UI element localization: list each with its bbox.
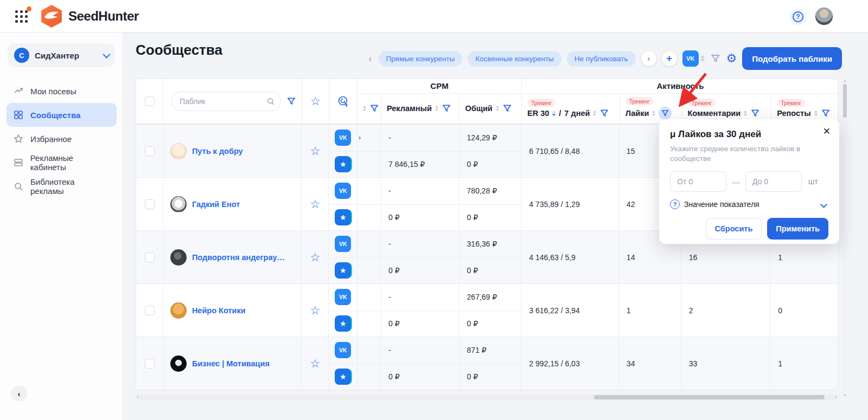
scroll-left-icon[interactable]: ‹ <box>137 393 138 399</box>
row-checkbox[interactable] <box>145 146 155 156</box>
sort-icon[interactable] <box>593 111 596 116</box>
question-icon[interactable]: ? <box>670 199 680 209</box>
row-checkbox[interactable] <box>145 253 155 262</box>
tracking-badge: Трекинг <box>688 99 716 107</box>
clipped-cell <box>357 152 380 178</box>
sidebar-item-label: Избранное <box>30 134 72 144</box>
seedhunter-logo-icon[interactable] <box>40 5 63 28</box>
tracking-badge: Трекинг <box>777 99 805 107</box>
row-checkbox[interactable] <box>145 306 155 315</box>
collapse-sidebar-button[interactable]: ‹ <box>11 385 27 402</box>
close-icon[interactable]: ✕ <box>823 127 831 136</box>
public-search-input[interactable] <box>171 92 281 111</box>
sidebar-item-communities[interactable]: Сообщества <box>7 103 117 127</box>
filter-icon[interactable] <box>442 104 451 113</box>
vk-platform-icon: VK <box>335 183 351 199</box>
tag-chip[interactable]: Косвенные конкуренты <box>468 51 561 67</box>
search-icon <box>13 182 24 191</box>
sort-icon[interactable] <box>814 111 818 116</box>
scroll-up-icon[interactable]: ▲ <box>843 79 847 82</box>
tag-chip[interactable]: Прямые конкуренты <box>379 51 463 67</box>
target-click-icon[interactable] <box>337 95 350 108</box>
hint-label: Значение показателя <box>684 200 817 209</box>
favorite-star-icon[interactable]: ☆ <box>310 145 320 158</box>
sort-icon[interactable] <box>552 111 556 116</box>
favorite-star-icon[interactable]: ☆ <box>310 304 320 317</box>
filter-icon[interactable] <box>821 108 831 118</box>
settings-gear-icon[interactable]: ⚙ <box>726 53 737 64</box>
cpm-ad-cell: 0 ₽ <box>380 258 459 284</box>
scroll-right-icon[interactable]: › <box>835 393 837 399</box>
row-checkbox[interactable] <box>145 359 155 369</box>
to-input[interactable] <box>745 171 802 192</box>
filter-icon[interactable] <box>710 53 721 64</box>
sort-icon[interactable] <box>652 111 655 116</box>
sidebar-item-label: Мои посевы <box>30 87 76 96</box>
community-link[interactable]: Путь к добру <box>192 147 243 156</box>
from-input[interactable] <box>670 171 726 192</box>
favorite-star-icon[interactable]: ☆ <box>310 251 320 264</box>
select-publics-button[interactable]: Подобрать паблики <box>742 47 842 70</box>
table-row: Нейро Котики ☆ VK - 267,69 ₽ ★ 0 ₽ 0 ₽ <box>136 283 838 337</box>
row-checkbox[interactable] <box>145 199 155 209</box>
chevron-down-icon[interactable] <box>820 201 827 208</box>
column-label-total: Общий <box>465 104 492 113</box>
account-selector[interactable]: С СидХантер <box>8 43 115 67</box>
community-link[interactable]: Нейро Котики <box>192 306 246 315</box>
sort-icon[interactable] <box>496 106 499 111</box>
community-link[interactable]: Гадкий Енот <box>192 200 240 209</box>
notification-dot <box>27 7 31 11</box>
help-button[interactable]: ? <box>790 9 806 25</box>
filter-icon[interactable] <box>369 104 379 113</box>
horizontal-scrollbar[interactable]: ‹ › <box>136 395 838 400</box>
sidebar-item-my-seedings[interactable]: Мои посевы <box>7 79 117 103</box>
clipped-cell <box>357 284 380 311</box>
filter-icon[interactable] <box>599 108 609 118</box>
user-avatar[interactable] <box>815 7 833 25</box>
cpm-ad-cell: - <box>380 178 459 204</box>
account-name: СидХантер <box>35 51 98 60</box>
community-link[interactable]: Подворотня андеграу… <box>192 253 285 262</box>
chips-scroll-left-icon[interactable]: ‹ <box>368 53 373 64</box>
tag-chip[interactable]: Не публиковать <box>567 51 636 67</box>
chips-scroll-right-button[interactable]: › <box>641 51 656 66</box>
cpm-ad-cell: - <box>380 231 459 257</box>
scroll-down-icon[interactable]: ▼ <box>843 393 847 397</box>
select-all-checkbox[interactable] <box>145 96 155 106</box>
sidebar-item-favorites[interactable]: Избранное <box>7 127 117 151</box>
sidebar-item-ad-cabinets[interactable]: Рекламные кабинеты <box>7 151 117 175</box>
popup-description: Укажите среднее количество лайков в сооб… <box>670 144 816 164</box>
vertical-scrollbar-thumb[interactable] <box>843 84 847 118</box>
sort-icon[interactable] <box>744 111 747 116</box>
favorite-star-icon[interactable]: ☆ <box>310 198 320 211</box>
cpm-total-cell: 0 ₽ <box>459 205 521 231</box>
name-filter-icon[interactable] <box>286 96 296 106</box>
favorites-column-icon[interactable]: ☆ <box>310 95 321 108</box>
sort-icon[interactable] <box>363 106 366 111</box>
vertical-scrollbar[interactable]: ▲ ▼ <box>843 79 847 397</box>
network-selector[interactable]: VK <box>682 50 705 67</box>
trend-chart-icon <box>13 86 24 96</box>
community-link[interactable]: Бизнес | Мотивация <box>192 359 270 368</box>
filter-icon[interactable] <box>502 104 512 113</box>
vk-platform-icon: VK <box>335 289 351 305</box>
page-title: Сообщества <box>136 42 222 59</box>
favorite-star-icon[interactable]: ☆ <box>310 357 320 370</box>
likes-filter-button-active[interactable] <box>659 107 672 120</box>
sidebar-item-ad-library[interactable]: Библиотека рекламы <box>7 175 117 198</box>
star-platform-icon: ★ <box>335 209 351 225</box>
apply-button[interactable]: Применить <box>767 218 828 240</box>
reposts-cell: 0 <box>770 284 838 337</box>
er-cell: 6 710,65 / 8,48 <box>521 125 618 177</box>
unit-label: шт <box>808 177 818 186</box>
app-grid-menu-icon[interactable] <box>15 10 28 23</box>
clipped-cell <box>357 364 380 390</box>
sort-icon[interactable] <box>435 106 438 111</box>
add-tag-button[interactable]: + <box>662 51 677 66</box>
reset-button[interactable]: Сбросить <box>706 218 762 240</box>
group-label-activity: Активность <box>522 79 839 94</box>
filter-icon[interactable] <box>750 108 760 118</box>
community-avatar <box>170 302 187 319</box>
horizontal-scrollbar-thumb[interactable] <box>594 395 825 399</box>
community-avatar <box>170 196 187 212</box>
